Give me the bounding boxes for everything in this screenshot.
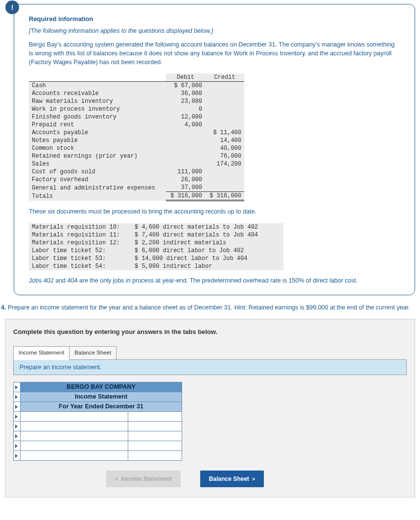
- account-name: Accounts payable: [29, 129, 166, 137]
- debit-value: [166, 152, 205, 160]
- input-cell[interactable]: [128, 441, 182, 450]
- chevron-left-icon: <: [115, 476, 118, 482]
- input-cell[interactable]: [21, 431, 128, 441]
- row-handle-icon[interactable]: [14, 421, 21, 431]
- credit-value: [205, 184, 244, 192]
- input-cell[interactable]: [128, 411, 182, 421]
- tab-panel-instruction: Prepare an income statement.: [13, 359, 407, 375]
- account-name: Cash: [29, 82, 166, 90]
- credit-value: 14,400: [205, 137, 244, 144]
- question-body: Prepare an income statement for the year…: [8, 304, 410, 311]
- row-handle-icon[interactable]: [14, 450, 21, 460]
- credit-value: [205, 105, 244, 113]
- exclamation-icon: !: [5, 0, 19, 14]
- debit-value: 12,000: [166, 113, 205, 121]
- complete-instruction: Complete this question by entering your …: [13, 328, 407, 335]
- statement-period: For Year Ended December 31: [21, 402, 182, 411]
- credit-value: 174,200: [205, 160, 244, 168]
- next-label: Balance Sheet: [209, 475, 249, 482]
- account-name: Factory overhead: [29, 176, 166, 184]
- account-name: Prepaid rent: [29, 121, 166, 129]
- row-handle-icon[interactable]: [14, 441, 21, 450]
- debit-value: [166, 144, 205, 152]
- next-button[interactable]: Balance Sheet >: [200, 471, 264, 487]
- doc-label: Materials requisition 10:: [29, 223, 132, 231]
- account-name: Accounts receivable: [29, 90, 166, 97]
- doc-desc: $ 2,200 indirect materials: [132, 239, 283, 247]
- account-name: Cost of goods sold: [29, 168, 166, 176]
- totals-label: Totals: [29, 192, 166, 201]
- doc-label: Labor time ticket 52:: [29, 247, 132, 255]
- account-name: Notes payable: [29, 137, 166, 144]
- nav-buttons: < Income Statement Balance Sheet >: [106, 471, 407, 487]
- jobs-note: Jobs 402 and 404 are the only jobs in pr…: [29, 276, 400, 285]
- answer-area: Complete this question by entering your …: [5, 319, 415, 497]
- account-name: Common stock: [29, 144, 166, 152]
- debit-value: [166, 129, 205, 137]
- prev-button[interactable]: < Income Statement: [106, 471, 181, 487]
- required-information-box: ! Required information [The following in…: [14, 4, 415, 295]
- input-cell[interactable]: [21, 441, 128, 450]
- documents-table: Materials requisition 10:$ 4,600 direct …: [29, 223, 283, 270]
- doc-label: Materials requisition 11:: [29, 231, 132, 239]
- doc-desc: $ 14,000 direct labor to Job 404: [132, 255, 283, 262]
- credit-value: [205, 121, 244, 129]
- credit-value: [205, 82, 244, 90]
- company-name: BERGO BAY COMPANY: [21, 382, 182, 392]
- doc-desc: $ 4,600 direct materials to Job 402: [132, 223, 283, 231]
- debit-value: 26,000: [166, 176, 205, 184]
- row-handle-icon[interactable]: [14, 431, 21, 441]
- doc-desc: $ 6,000 direct labor to Job 402: [132, 247, 283, 255]
- doc-label: Labor time ticket 54:: [29, 262, 132, 270]
- account-name: Finished goods inventory: [29, 113, 166, 121]
- input-cell[interactable]: [128, 450, 182, 460]
- col-credit: Credit: [205, 73, 244, 82]
- credit-value: 76,000: [205, 152, 244, 160]
- question-text: 4. Prepare an income statement for the y…: [1, 303, 415, 312]
- input-cell[interactable]: [128, 431, 182, 441]
- input-cell[interactable]: [21, 450, 128, 460]
- income-statement-table: BERGO BAY COMPANY Income Statement For Y…: [13, 382, 182, 461]
- doc-desc: $ 5,000 indirect labor: [132, 262, 283, 270]
- credit-value: [205, 90, 244, 97]
- totals-credit: $ 316,000: [205, 192, 244, 201]
- debit-value: 4,000: [166, 121, 205, 129]
- debit-value: 36,000: [166, 90, 205, 97]
- debit-value: [166, 137, 205, 144]
- row-handle-icon[interactable]: [14, 402, 21, 411]
- trial-balance-table: Debit Credit Cash$ 67,000Accounts receiv…: [29, 73, 244, 201]
- row-handle-icon[interactable]: [14, 392, 21, 402]
- tabs: Income Statement Balance Sheet: [13, 346, 407, 360]
- credit-value: 40,000: [205, 144, 244, 152]
- doc-desc: $ 7,400 direct materials to Job 404: [132, 231, 283, 239]
- docs-intro: These six documents must be processed to…: [29, 207, 400, 216]
- doc-label: Materials requisition 12:: [29, 239, 132, 247]
- credit-value: [205, 113, 244, 121]
- row-handle-icon[interactable]: [14, 411, 21, 421]
- account-name: Raw materials inventory: [29, 97, 166, 105]
- required-title: Required information: [29, 15, 400, 23]
- debit-value: 37,000: [166, 184, 205, 192]
- totals-debit: $ 316,000: [166, 192, 205, 201]
- tab-income-statement[interactable]: Income Statement: [13, 346, 70, 360]
- credit-value: [205, 97, 244, 105]
- doc-label: Labor time ticket 53:: [29, 255, 132, 262]
- credit-value: [205, 168, 244, 176]
- debit-value: $ 67,000: [166, 82, 205, 90]
- row-handle-icon[interactable]: [14, 382, 21, 392]
- applies-note: [The following information applies to th…: [29, 27, 400, 34]
- tab-balance-sheet[interactable]: Balance Sheet: [70, 346, 117, 360]
- input-cell[interactable]: [21, 411, 128, 421]
- chevron-right-icon: >: [252, 476, 255, 482]
- debit-value: 23,000: [166, 97, 205, 105]
- account-name: Retained earnings (prior year): [29, 152, 166, 160]
- debit-value: 111,000: [166, 168, 205, 176]
- input-cell[interactable]: [128, 421, 182, 431]
- col-debit: Debit: [166, 73, 205, 82]
- credit-value: [205, 176, 244, 184]
- credit-value: $ 11,400: [205, 129, 244, 137]
- statement-title: Income Statement: [21, 392, 182, 402]
- input-cell[interactable]: [21, 421, 128, 431]
- question-number: 4.: [1, 304, 6, 311]
- debit-value: 0: [166, 105, 205, 113]
